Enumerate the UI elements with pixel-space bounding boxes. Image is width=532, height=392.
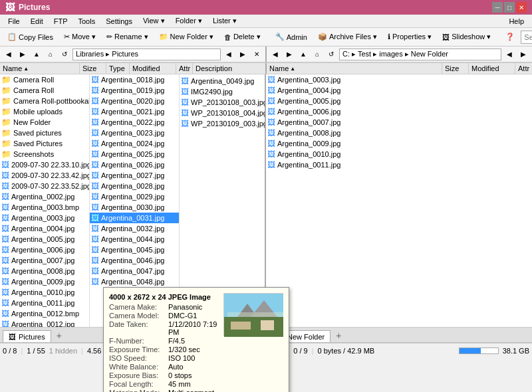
menu-tools[interactable]: Tools	[72, 16, 100, 27]
file-arg-0003-bmp[interactable]: 🖼 Argentina_0003.bmp	[0, 202, 89, 213]
file-arg-0019[interactable]: 🖼 Argentina_0019.jpg	[90, 85, 179, 96]
tab-pictures[interactable]: 🖼 Pictures	[3, 330, 51, 342]
menu-help[interactable]: Help	[503, 16, 529, 27]
folder-camera-roll-2[interactable]: 📁 Camera Roll	[0, 85, 89, 96]
file-arg-0028[interactable]: 🖼 Argentina_0028.jpg	[90, 181, 179, 191]
col-header-size-left[interactable]: Size	[80, 63, 106, 74]
left-back-button[interactable]: ◀	[3, 49, 15, 60]
search-input[interactable]	[524, 33, 532, 41]
right-nav-extra-2[interactable]: ▶	[517, 49, 529, 60]
close-button[interactable]: ✕	[516, 2, 527, 13]
file-arg-0025[interactable]: 🖼 Argentina_0025.jpg	[90, 149, 179, 159]
col-header-modified-right[interactable]: Modified	[469, 63, 515, 74]
slideshow-button[interactable]: 🖼 Slideshow ▾	[438, 30, 495, 45]
copy-files-button[interactable]: 📋 Copy Files	[3, 30, 58, 45]
left-address-bar[interactable]: Libraries ▸ Pictures	[72, 49, 221, 60]
right-forward-button[interactable]: ▶	[283, 49, 295, 60]
move-button[interactable]: ✂ Move ▾	[59, 30, 100, 45]
file-arg-0044[interactable]: 🖼 Argentina_0044.jpg	[90, 234, 179, 245]
file-arg-0022[interactable]: 🖼 Argentina_0022.jpg	[90, 117, 179, 128]
file-2009-3[interactable]: 🖼 2009-07-30 22.33.52.jpg	[0, 181, 89, 191]
delete-button[interactable]: 🗑 Delete ▾	[219, 30, 265, 45]
col-header-name-left[interactable]: Name ▲	[0, 63, 80, 74]
right-file-arg-0007[interactable]: 🖼 Argentina_0007.jpg	[266, 117, 532, 128]
file-arg-0004[interactable]: 🖼 Argentina_0004.jpg	[0, 223, 89, 234]
file-arg-0026[interactable]: 🖼 Argentina_0026.jpg	[90, 159, 179, 170]
right-file-arg-0004[interactable]: 🖼 Argentina_0004.jpg	[266, 85, 532, 96]
file-arg-0009[interactable]: 🖼 Argentina_0009.jpg	[0, 276, 89, 287]
file-arg-0031[interactable]: 🖼 Argentina_0031.jpg	[90, 213, 179, 223]
file-arg-0032[interactable]: 🖼 Argentina_0032.jpg	[90, 223, 179, 234]
file-arg-0048[interactable]: 🖼 Argentina_0048.jpg	[90, 276, 179, 287]
right-address-bar[interactable]: C: ▸ Test ▸ images ▸ New Folder	[339, 49, 501, 60]
col-header-size-right[interactable]: Size	[442, 63, 469, 74]
right-file-arg-0009[interactable]: 🖼 Argentina_0009.jpg	[266, 138, 532, 149]
admin-button[interactable]: 🔧 Admin	[271, 30, 312, 45]
right-file-arg-0008[interactable]: 🖼 Argentina_0008.jpg	[266, 128, 532, 138]
menu-edit[interactable]: Edit	[25, 16, 49, 27]
right-home-button[interactable]: ⌂	[311, 49, 323, 60]
right-file-arg-0006[interactable]: 🖼 Argentina_0006.jpg	[266, 106, 532, 117]
file-arg-0010[interactable]: 🖼 Argentina_0010.jpg	[0, 287, 89, 298]
right-nav-extra-1[interactable]: ◀	[503, 49, 515, 60]
col-header-type-left[interactable]: Type	[106, 63, 130, 74]
rename-button[interactable]: ✏ Rename ▾	[102, 30, 153, 45]
file-arg-0007[interactable]: 🖼 Argentina_0007.jpg	[0, 255, 89, 266]
file-wp-002[interactable]: 🖼 WP_20130108_004.jpg	[180, 108, 265, 118]
file-arg-0005[interactable]: 🖼 Argentina_0005.jpg	[0, 234, 89, 245]
file-arg-0030[interactable]: 🖼 Argentina_0030.jpg	[90, 202, 179, 213]
menu-settings[interactable]: Settings	[100, 16, 138, 27]
col-header-attr-right[interactable]: Attr	[515, 63, 532, 74]
file-arg-0006[interactable]: 🖼 Argentina_0006.jpg	[0, 245, 89, 255]
folder-camera-roll-pott[interactable]: 📁 Camera Roll-pottbookair	[0, 96, 89, 106]
file-2009-1[interactable]: 🖼 2009-07-30 22.33.10.jpg	[0, 159, 89, 170]
file-arg-0045[interactable]: 🖼 Argentina_0045.jpg	[90, 245, 179, 255]
menu-ftp[interactable]: FTP	[49, 16, 73, 27]
file-arg-0020[interactable]: 🖼 Argentina_0020.jpg	[90, 96, 179, 106]
right-refresh-button[interactable]: ↺	[325, 49, 337, 60]
menu-view[interactable]: View ▾	[138, 15, 170, 27]
right-file-arg-0010[interactable]: 🖼 Argentina_0010.jpg	[266, 149, 532, 159]
file-arg-0024[interactable]: 🖼 Argentina_0024.jpg	[90, 138, 179, 149]
right-up-button[interactable]: ▲	[297, 49, 309, 60]
left-nav-close[interactable]: ✕	[251, 49, 263, 60]
file-arg-0029[interactable]: 🖼 Argentina_0029.jpg	[90, 191, 179, 202]
left-home-button[interactable]: ⌂	[45, 49, 57, 60]
file-wp-003[interactable]: 🖼 WP_20130109_003.jpg	[180, 118, 265, 129]
file-arg-0018[interactable]: 🖼 Argentina_0018.jpg	[90, 74, 179, 85]
file-wp-001[interactable]: 🖼 WP_20130108_003.jpg	[180, 97, 265, 108]
file-arg-0047[interactable]: 🖼 Argentina_0047.jpg	[90, 266, 179, 276]
col-header-attr-left[interactable]: Attr	[176, 63, 193, 74]
folder-new-folder[interactable]: 📁 New Folder	[0, 117, 89, 128]
file-arg-0046[interactable]: 🖼 Argentina_0046.jpg	[90, 255, 179, 266]
new-folder-button[interactable]: 📁 New Folder ▾	[154, 30, 218, 45]
menu-folder[interactable]: Folder ▾	[170, 15, 207, 27]
file-arg-0008[interactable]: 🖼 Argentina_0008.jpg	[0, 266, 89, 276]
help-button[interactable]: ❓	[501, 30, 519, 45]
left-nav-extra-2[interactable]: ▶	[237, 49, 249, 60]
right-back-button[interactable]: ◀	[269, 49, 281, 60]
archive-button[interactable]: 📦 Archive Files ▾	[313, 30, 382, 45]
properties-button[interactable]: ℹ Properties ▾	[383, 30, 436, 45]
file-arg-0021[interactable]: 🖼 Argentina_0021.jpg	[90, 106, 179, 117]
file-2009-2[interactable]: 🖼 2009-07-30 22.33.42.jpg	[0, 170, 89, 181]
add-tab-right[interactable]: +	[332, 329, 345, 342]
add-tab-left[interactable]: +	[53, 329, 66, 342]
file-arg-0012-bmp[interactable]: 🖼 Argentina_0012.bmp	[0, 308, 89, 319]
col-header-name-right[interactable]: Name ▲	[267, 63, 442, 74]
minimize-button[interactable]: ─	[492, 2, 503, 13]
right-file-arg-0005[interactable]: 🖼 Argentina_0005.jpg	[266, 96, 532, 106]
file-arg-0011[interactable]: 🖼 Argentina_0011.jpg	[0, 298, 89, 308]
file-img2490[interactable]: 🖼 IMG2490.jpg	[180, 86, 265, 97]
right-file-arg-0003[interactable]: 🖼 Argentina_0003.jpg	[266, 74, 532, 85]
left-refresh-button[interactable]: ↺	[59, 49, 70, 60]
folder-saved-pictures-2[interactable]: 📁 Saved Pictures	[0, 138, 89, 149]
col-header-desc-left[interactable]: Description	[193, 63, 265, 74]
file-arg-0027[interactable]: 🖼 Argentina_0027.jpg	[90, 170, 179, 181]
file-arg-0003-jpg[interactable]: 🖼 Argentina_0003.jpg	[0, 213, 89, 223]
file-arg-0012-jpg[interactable]: 🖼 Argentina_0012.jpg	[0, 319, 89, 327]
folder-saved-pictures-1[interactable]: 📁 Saved pictures	[0, 128, 89, 138]
menu-file[interactable]: File	[3, 16, 25, 27]
left-nav-extra-1[interactable]: ◀	[223, 49, 235, 60]
col-header-modified-left[interactable]: Modified	[130, 63, 176, 74]
